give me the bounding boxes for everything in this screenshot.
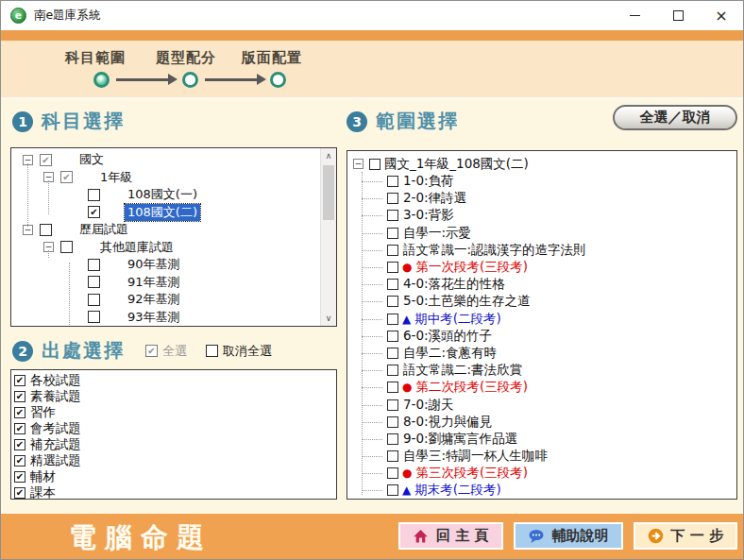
- range-tree-item[interactable]: 9-0:劉墉寓言作品選: [347, 431, 736, 448]
- tree-item-checkbox[interactable]: [88, 311, 100, 323]
- close-button[interactable]: ×: [700, 1, 743, 30]
- range-tree-item[interactable]: 自學一:示愛: [347, 225, 736, 242]
- subject-tree-item[interactable]: 92年基測: [11, 291, 317, 309]
- tree-item-label[interactable]: 歷屆試題: [76, 221, 131, 238]
- range-item-checkbox[interactable]: [387, 399, 398, 411]
- source-item-checkbox[interactable]: ✔: [14, 471, 25, 483]
- range-item-checkbox[interactable]: [387, 348, 398, 359]
- range-tree-item[interactable]: 自學三:特調一杯人生咖啡: [347, 448, 736, 465]
- source-item-checkbox[interactable]: ✔: [14, 487, 25, 499]
- source-list-item[interactable]: ✔習作: [11, 404, 336, 420]
- deselect-all-checkbox-box[interactable]: [206, 345, 218, 357]
- range-item-checkbox[interactable]: [387, 382, 398, 393]
- source-item-checkbox[interactable]: ✔: [14, 375, 25, 386]
- range-tree-item[interactable]: 6-0:溪頭的竹子: [347, 328, 736, 345]
- select-all-checkbox[interactable]: ✔ 全選: [145, 343, 187, 360]
- range-item-checkbox[interactable]: [387, 314, 398, 325]
- tree-item-checkbox[interactable]: [88, 294, 100, 306]
- range-item-checkbox[interactable]: [387, 416, 398, 428]
- source-item-checkbox[interactable]: ✔: [14, 423, 25, 434]
- range-tree-item[interactable]: 4-0:落花生的性格: [347, 276, 736, 293]
- source-list-item[interactable]: ✔素養試題: [11, 388, 336, 404]
- range-item-checkbox[interactable]: [387, 467, 398, 479]
- tree-item-label[interactable]: 92年基測: [125, 291, 183, 308]
- tree-item-checkbox[interactable]: [88, 259, 100, 271]
- range-tree-item[interactable]: 3-0:背影: [347, 207, 736, 224]
- tree-item-label[interactable]: 1年級: [97, 169, 135, 186]
- range-tree-item[interactable]: 5-0:土芭樂的生存之道: [347, 293, 736, 310]
- tree-item-label[interactable]: 93年基測: [125, 309, 183, 326]
- scroll-down-icon[interactable]: ∨: [321, 311, 336, 326]
- range-root-item[interactable]: − 國文_1年級_108國文(二): [347, 155, 736, 173]
- expand-collapse-toggle[interactable]: −: [353, 159, 364, 169]
- range-item-checkbox[interactable]: [387, 176, 398, 187]
- source-item-checkbox[interactable]: ✔: [14, 407, 25, 418]
- source-list-item[interactable]: ✔各校試題: [11, 372, 336, 388]
- subject-tree-item[interactable]: 93年基測: [11, 309, 317, 327]
- tree-item-label[interactable]: 國文: [76, 151, 107, 168]
- subject-tree-item[interactable]: −✔1年級: [11, 169, 317, 187]
- range-item-checkbox[interactable]: [387, 210, 398, 221]
- subject-tree-item[interactable]: −✔國文: [11, 151, 317, 169]
- subject-tree-item[interactable]: 90年基測: [11, 256, 317, 274]
- range-item-checkbox[interactable]: [387, 193, 398, 204]
- tree-item-checkbox[interactable]: [40, 224, 52, 236]
- home-button[interactable]: 回 主 頁: [398, 522, 502, 550]
- select-all-toggle-button[interactable]: 全選／取消: [613, 105, 737, 130]
- tree-item-label[interactable]: 90年基測: [125, 256, 183, 273]
- tree-item-checkbox[interactable]: [88, 276, 100, 288]
- range-tree-item[interactable]: ●第一次段考(三段考): [347, 259, 736, 276]
- help-button[interactable]: 輔助說明: [514, 522, 623, 550]
- deselect-all-checkbox[interactable]: 取消全選: [206, 343, 272, 360]
- range-item-checkbox[interactable]: [387, 279, 398, 290]
- range-item-checkbox[interactable]: [387, 484, 398, 496]
- range-tree-item[interactable]: 語文常識一:認識漢字的造字法則: [347, 242, 736, 259]
- select-all-checkbox-box[interactable]: ✔: [145, 345, 158, 357]
- tree-item-label[interactable]: 108國文(一): [125, 186, 200, 203]
- scroll-up-icon[interactable]: ∧: [321, 148, 336, 163]
- source-list-item[interactable]: ✔課本: [11, 484, 336, 500]
- range-root-checkbox[interactable]: [369, 159, 380, 170]
- subject-tree-item[interactable]: 91年基測: [11, 274, 317, 292]
- range-tree-item[interactable]: 7-0:謝天: [347, 396, 736, 413]
- tree-item-checkbox[interactable]: ✔: [40, 154, 52, 166]
- subject-tree-item[interactable]: −歷屆試題: [11, 221, 317, 239]
- source-list-item[interactable]: ✔會考試題: [11, 420, 336, 436]
- subject-tree-item[interactable]: 94年基測: [11, 326, 317, 327]
- range-item-checkbox[interactable]: [387, 450, 398, 462]
- tree-item-checkbox[interactable]: ✔: [60, 171, 73, 183]
- subject-tree-item[interactable]: −其他題庫試題: [11, 239, 317, 257]
- source-item-checkbox[interactable]: ✔: [14, 391, 25, 402]
- tree-item-label[interactable]: 94年基測: [125, 326, 183, 327]
- range-tree-item[interactable]: ▲期末考(二段考): [347, 482, 736, 499]
- source-list-item[interactable]: ✔輔材: [11, 468, 336, 484]
- range-item-checkbox[interactable]: [387, 262, 398, 273]
- source-list-item[interactable]: ✔補充試題: [11, 436, 336, 452]
- range-tree-item[interactable]: 2-0:律詩選: [347, 190, 736, 207]
- range-tree-item[interactable]: ▲期中考(二段考): [347, 311, 736, 328]
- range-item-checkbox[interactable]: [387, 433, 398, 445]
- tree-item-label[interactable]: 108國文(二): [125, 204, 200, 221]
- tree-item-checkbox[interactable]: [88, 189, 100, 201]
- range-item-checkbox[interactable]: [387, 228, 398, 239]
- subject-tree-scrollbar[interactable]: ∧ ∨: [320, 148, 336, 326]
- minimize-button[interactable]: [613, 1, 656, 30]
- range-tree-item[interactable]: ●第三次段考(三段考): [347, 465, 736, 482]
- tree-item-label[interactable]: 91年基測: [125, 274, 183, 291]
- scrollbar-thumb[interactable]: [323, 165, 334, 220]
- source-item-checkbox[interactable]: ✔: [14, 455, 25, 467]
- tree-item-checkbox[interactable]: ✔: [88, 206, 100, 218]
- maximize-button[interactable]: [656, 1, 700, 30]
- range-item-checkbox[interactable]: [387, 296, 398, 307]
- next-step-button[interactable]: 下 一 步: [634, 522, 737, 550]
- range-tree-item[interactable]: 1-0:負荷: [347, 173, 736, 190]
- range-item-checkbox[interactable]: [387, 365, 398, 376]
- range-tree-item[interactable]: 8-0:視力與偏見: [347, 414, 736, 431]
- range-item-checkbox[interactable]: [387, 331, 398, 342]
- source-item-checkbox[interactable]: ✔: [14, 439, 25, 450]
- subject-tree-item[interactable]: 108國文(一): [11, 186, 317, 204]
- subject-tree-item[interactable]: ✔108國文(二): [11, 204, 317, 222]
- range-tree-item[interactable]: ●第二次段考(三段考): [347, 379, 736, 396]
- range-tree-item[interactable]: 自學二:食蔥有時: [347, 345, 736, 362]
- tree-item-checkbox[interactable]: [60, 241, 73, 253]
